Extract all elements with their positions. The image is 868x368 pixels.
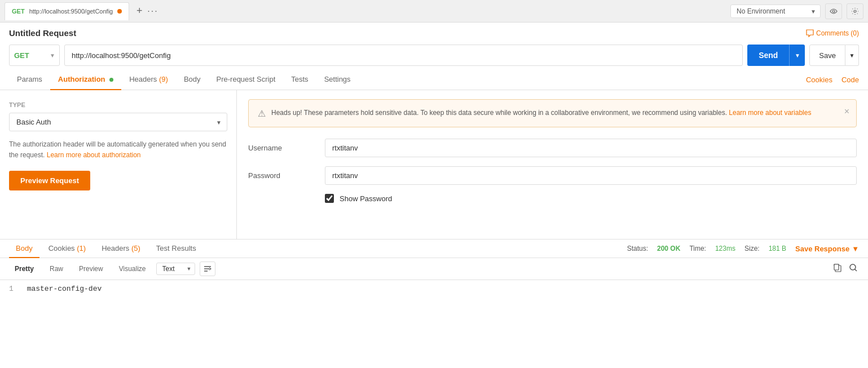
request-title: Untitled Request <box>9 28 76 38</box>
show-password-checkbox[interactable] <box>325 194 334 203</box>
status-size: 181 B <box>769 245 786 252</box>
request-title-row: Untitled Request Comments (0) <box>0 23 868 41</box>
bottom-status: Status: 200 OK Time: 123ms Size: 181 B S… <box>627 245 859 253</box>
eye-button[interactable] <box>825 3 842 19</box>
tab-modified-dot <box>117 9 122 14</box>
search-button[interactable] <box>848 262 859 276</box>
show-password-label[interactable]: Show Password <box>340 194 392 203</box>
username-input[interactable] <box>325 139 857 157</box>
authorization-active-dot <box>109 78 113 82</box>
tab-prerequest[interactable]: Pre-request Script <box>209 69 284 90</box>
cookies-link[interactable]: Cookies <box>806 76 832 84</box>
size-label: Size: <box>744 245 760 252</box>
method-wrapper: GET POST PUT DELETE PATCH <box>9 45 60 66</box>
svg-rect-6 <box>834 264 839 270</box>
method-select[interactable]: GET POST PUT DELETE PATCH <box>9 45 60 66</box>
learn-more-variables-link[interactable]: Learn more about variables <box>729 109 811 117</box>
main-content: TYPE No Auth API Key Bearer Token Basic … <box>0 90 868 240</box>
url-bar: GET POST PUT DELETE PATCH Send ▼ Save ▼ <box>0 41 868 69</box>
wrap-icon <box>204 265 212 272</box>
request-tab[interactable]: GET http://localhost:9500/getConfig <box>5 2 129 20</box>
time-label: Time: <box>689 245 706 252</box>
tab-tests[interactable]: Tests <box>283 69 316 90</box>
code-link[interactable]: Code <box>841 76 859 84</box>
format-tab-visualize[interactable]: Visualize <box>113 263 152 275</box>
response-content: master-config-dev <box>27 285 102 293</box>
send-button-group: Send ▼ <box>747 45 805 66</box>
tab-right-actions: Cookies Code <box>806 76 859 84</box>
word-wrap-button[interactable] <box>200 261 215 276</box>
request-tabs: Params Authorization Headers (9) Body Pr… <box>0 69 868 90</box>
tab-params[interactable]: Params <box>9 69 50 90</box>
status-label: Status: <box>627 245 648 252</box>
auth-type-select[interactable]: No Auth API Key Bearer Token Basic Auth … <box>9 113 227 131</box>
tab-url: http://localhost:9500/getConfig <box>29 8 113 15</box>
bottom-tab-cookies[interactable]: Cookies (1) <box>42 240 93 258</box>
warning-close-button[interactable]: × <box>844 107 849 117</box>
password-label: Password <box>248 171 316 180</box>
save-button[interactable]: Save <box>809 45 845 66</box>
password-row: Password <box>248 166 857 185</box>
warning-box: ⚠ Heads up! These parameters hold sensit… <box>248 99 857 127</box>
status-code: 200 OK <box>657 245 680 252</box>
format-actions <box>832 262 859 276</box>
bottom-tab-bar: Body Cookies (1) Headers (5) Test Result… <box>0 240 868 258</box>
bottom-section: Body Cookies (1) Headers (5) Test Result… <box>0 240 868 329</box>
warning-text: Heads up! These parameters hold sensitiv… <box>271 108 811 118</box>
tab-bar: GET http://localhost:9500/getConfig + ··… <box>0 0 868 23</box>
svg-point-1 <box>854 10 856 12</box>
send-dropdown-button[interactable]: ▼ <box>789 45 805 66</box>
tab-headers[interactable]: Headers (9) <box>121 69 176 90</box>
svg-line-8 <box>855 269 857 272</box>
eye-icon <box>830 8 838 14</box>
response-body: 1 master-config-dev <box>0 280 868 329</box>
comments-button[interactable]: Comments (0) <box>806 29 859 37</box>
auth-description: The authorization header will be automat… <box>9 139 227 161</box>
type-label: TYPE <box>9 101 227 108</box>
preview-request-button[interactable]: Preview Request <box>9 171 90 190</box>
tab-body[interactable]: Body <box>176 69 209 90</box>
format-type-select[interactable]: Text JSON HTML XML <box>156 263 195 275</box>
password-input[interactable] <box>325 166 857 185</box>
username-row: Username <box>248 139 857 157</box>
username-label: Username <box>248 144 316 152</box>
save-button-group: Save ▼ <box>809 45 859 66</box>
copy-icon <box>833 263 842 272</box>
bottom-tab-test-results[interactable]: Test Results <box>149 240 203 258</box>
format-type-wrapper: Text JSON HTML XML <box>156 263 195 275</box>
environment-wrapper: No Environment <box>730 5 821 18</box>
svg-point-0 <box>832 10 835 12</box>
format-tabs: Pretty Raw Preview Visualize Text JSON H… <box>0 258 868 280</box>
bottom-tab-body[interactable]: Body <box>9 240 39 258</box>
show-password-row: Show Password <box>325 194 857 203</box>
tab-authorization[interactable]: Authorization <box>50 69 121 90</box>
format-tab-pretty[interactable]: Pretty <box>9 263 39 275</box>
environment-section: No Environment <box>730 3 863 19</box>
url-input[interactable] <box>64 45 743 66</box>
left-panel: TYPE No Auth API Key Bearer Token Basic … <box>0 90 237 239</box>
send-button[interactable]: Send <box>747 45 789 66</box>
settings-button[interactable] <box>847 3 863 19</box>
format-tab-preview[interactable]: Preview <box>73 263 109 275</box>
tab-settings[interactable]: Settings <box>316 69 359 90</box>
warning-icon: ⚠ <box>258 108 266 119</box>
save-response-button[interactable]: Save Response ▼ <box>795 245 859 253</box>
learn-more-auth-link[interactable]: Learn more about authorization <box>47 151 141 159</box>
tab-method: GET <box>12 8 25 15</box>
more-tabs-button[interactable]: ··· <box>147 6 158 16</box>
search-icon <box>849 263 858 272</box>
status-time: 123ms <box>715 245 735 252</box>
environment-select[interactable]: No Environment <box>730 5 821 18</box>
add-tab-button[interactable]: + <box>131 3 147 19</box>
bottom-tab-headers[interactable]: Headers (5) <box>95 240 147 258</box>
save-dropdown-button[interactable]: ▼ <box>845 45 859 66</box>
right-panel: ⚠ Heads up! These parameters hold sensit… <box>237 90 868 239</box>
format-tab-raw[interactable]: Raw <box>44 263 69 275</box>
line-number: 1 <box>9 285 14 293</box>
gear-icon <box>851 7 859 15</box>
type-select-wrapper: No Auth API Key Bearer Token Basic Auth … <box>9 113 227 131</box>
comment-icon <box>806 29 814 37</box>
copy-button[interactable] <box>832 262 843 276</box>
